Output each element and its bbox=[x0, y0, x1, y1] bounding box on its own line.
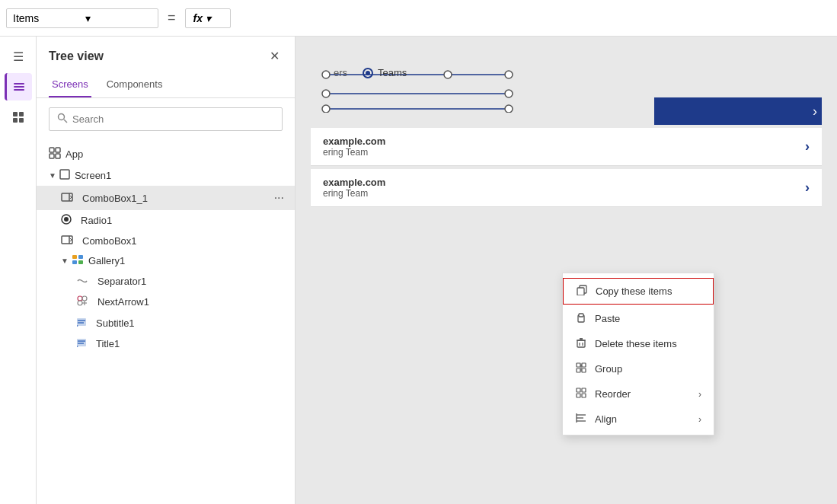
reorder-icon bbox=[575, 388, 587, 400]
items-label: Items bbox=[13, 12, 79, 24]
tree-item-gallery1[interactable]: ▼ Gallery1 bbox=[37, 250, 295, 271]
tree-item-combobox1[interactable]: ComboBox1 bbox=[37, 231, 295, 250]
sidebar-grid-icon[interactable] bbox=[5, 104, 32, 131]
svg-point-24 bbox=[78, 296, 82, 301]
list-row-0-text: example.com ering Team bbox=[323, 136, 385, 158]
svg-point-39 bbox=[322, 90, 330, 97]
svg-rect-23 bbox=[78, 260, 83, 264]
tree-item-combobox1-1[interactable]: ComboBox1_1 ··· bbox=[37, 186, 295, 210]
dropdown-selector-bar[interactable]: › bbox=[654, 97, 822, 125]
dropdown-chevron-icon: › bbox=[813, 104, 817, 120]
list-container: example.com ering Team › example.com eri… bbox=[311, 128, 822, 207]
paste-label: Paste bbox=[595, 313, 701, 324]
svg-rect-5 bbox=[13, 118, 18, 123]
search-input[interactable] bbox=[72, 113, 274, 125]
svg-point-43 bbox=[505, 90, 513, 97]
svg-point-17 bbox=[64, 217, 69, 222]
svg-point-44 bbox=[505, 105, 513, 113]
combobox1-icon bbox=[61, 234, 73, 247]
menu-item-align[interactable]: Align › bbox=[563, 407, 714, 432]
combobox1-1-icon bbox=[61, 192, 73, 204]
tree-content: App ▼ Screen1 bbox=[37, 140, 295, 504]
list-row-1[interactable]: example.com ering Team › bbox=[311, 169, 822, 207]
radio-option-ers: ers bbox=[334, 67, 347, 78]
svg-rect-32 bbox=[77, 339, 86, 346]
radio-option-teams[interactable]: Teams bbox=[363, 67, 407, 78]
main-layout: ☰ Tree view ✕ Screens Components bbox=[0, 37, 837, 504]
fx-button[interactable]: fx ▾ bbox=[185, 8, 231, 28]
screen1-label: Screen1 bbox=[75, 170, 289, 181]
context-menu: Copy these items Paste bbox=[562, 273, 714, 435]
svg-rect-6 bbox=[19, 118, 24, 123]
svg-rect-29 bbox=[77, 318, 86, 326]
group-label: Group bbox=[595, 363, 701, 375]
svg-rect-60 bbox=[577, 388, 580, 392]
svg-rect-4 bbox=[19, 112, 24, 116]
gallery1-triangle: ▼ bbox=[61, 257, 69, 265]
svg-rect-13 bbox=[60, 170, 69, 179]
list-row-1-text: example.com ering Team bbox=[323, 177, 385, 199]
svg-point-40 bbox=[322, 105, 330, 113]
svg-rect-54 bbox=[577, 363, 580, 367]
tree-item-separator1[interactable]: Separator1 bbox=[37, 271, 295, 291]
svg-rect-55 bbox=[582, 363, 586, 367]
gallery1-label: Gallery1 bbox=[88, 255, 289, 266]
tree-item-radio1[interactable]: Radio1 bbox=[37, 210, 295, 231]
svg-rect-0 bbox=[14, 83, 24, 85]
menu-item-reorder[interactable]: Reorder › bbox=[563, 381, 714, 407]
svg-rect-3 bbox=[13, 112, 18, 116]
items-dropdown[interactable]: Items ▾ bbox=[6, 8, 158, 28]
svg-point-7 bbox=[59, 114, 65, 120]
svg-rect-21 bbox=[78, 255, 83, 259]
nextarrow1-label: NextArrow1 bbox=[97, 296, 289, 308]
svg-rect-48 bbox=[579, 314, 583, 317]
tree-item-app[interactable]: App bbox=[37, 143, 295, 165]
align-arrow-icon: › bbox=[698, 414, 701, 425]
sidebar-layers-icon[interactable] bbox=[5, 73, 32, 100]
search-box bbox=[49, 107, 283, 131]
tree-close-button[interactable]: ✕ bbox=[267, 46, 283, 66]
sidebar-hamburger[interactable]: ☰ bbox=[5, 43, 32, 70]
menu-item-delete[interactable]: Delete these items bbox=[563, 331, 714, 356]
combobox1-1-more-button[interactable]: ··· bbox=[270, 190, 289, 206]
tree-item-nextarrow1[interactable]: NextArrow1 bbox=[37, 291, 295, 313]
menu-item-paste[interactable]: Paste bbox=[563, 306, 714, 331]
dropdown-arrow: ▾ bbox=[85, 12, 152, 24]
tree-tabs: Screens Components bbox=[37, 72, 295, 98]
svg-rect-1 bbox=[14, 86, 24, 88]
tree-panel: Tree view ✕ Screens Components bbox=[37, 37, 296, 504]
tree-item-title1[interactable]: Title1 bbox=[37, 333, 295, 354]
fx-label: fx bbox=[193, 12, 203, 24]
teams-label: Teams bbox=[378, 67, 407, 78]
paste-icon bbox=[575, 312, 587, 325]
title1-label: Title1 bbox=[96, 338, 289, 349]
svg-line-8 bbox=[64, 120, 67, 123]
equals-sign: = bbox=[165, 10, 179, 26]
svg-rect-12 bbox=[56, 154, 60, 158]
svg-rect-14 bbox=[62, 193, 72, 201]
svg-point-41 bbox=[444, 71, 452, 78]
tab-components[interactable]: Components bbox=[104, 72, 166, 97]
nextarrow1-icon bbox=[76, 295, 88, 309]
menu-item-copy[interactable]: Copy these items bbox=[563, 278, 714, 305]
list-row-1-team: ering Team bbox=[323, 188, 385, 199]
tree-header: Tree view ✕ bbox=[37, 37, 295, 72]
icon-sidebar: ☰ bbox=[0, 37, 37, 504]
svg-point-26 bbox=[78, 301, 82, 305]
svg-rect-63 bbox=[582, 394, 586, 397]
copy-label: Copy these items bbox=[596, 285, 701, 297]
combobox1-1-label: ComboBox1_1 bbox=[82, 193, 270, 204]
list-row-0[interactable]: example.com ering Team › bbox=[311, 128, 822, 166]
tab-screens[interactable]: Screens bbox=[49, 72, 91, 97]
menu-item-group[interactable]: Group bbox=[563, 356, 714, 381]
copy-icon bbox=[576, 285, 588, 298]
svg-rect-49 bbox=[577, 340, 585, 347]
group-icon bbox=[575, 362, 587, 375]
search-icon bbox=[57, 113, 68, 126]
tree-item-subtitle1[interactable]: Subtitle1 bbox=[37, 313, 295, 333]
tree-item-screen1[interactable]: ▼ Screen1 bbox=[37, 165, 295, 186]
title1-icon bbox=[76, 337, 87, 350]
fx-arrow: ▾ bbox=[206, 12, 211, 24]
tree-title: Tree view bbox=[49, 49, 104, 63]
align-label: Align bbox=[595, 413, 691, 425]
